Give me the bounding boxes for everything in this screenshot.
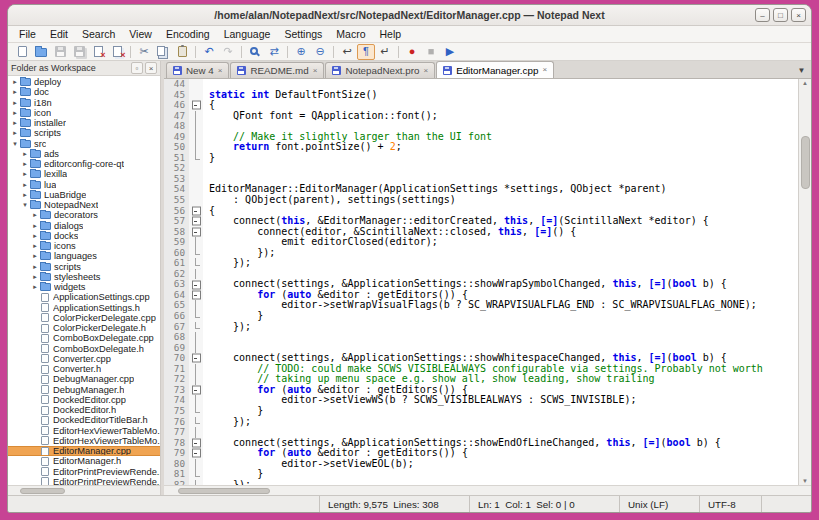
tree-folder-scripts[interactable]: ▸scripts	[8, 128, 160, 138]
fold-collapse-icon[interactable]	[189, 353, 203, 364]
maximize-button[interactable]: □	[773, 8, 788, 22]
zoom-in-icon[interactable]: ⊕	[292, 44, 310, 60]
fold-collapse-icon[interactable]	[189, 438, 203, 449]
float-panel-icon[interactable]: ▫	[131, 62, 143, 74]
scroll-up-arrow-icon[interactable]: ▲	[799, 80, 811, 86]
tree-file-debugmanager-cpp[interactable]: DebugManager.cpp	[8, 374, 160, 384]
tree-file-editorhexviewertablemo[interactable]: EditorHexViewerTableMo...	[8, 436, 160, 446]
tree-folder-i18n[interactable]: ▸i18n	[8, 98, 160, 108]
tree-file-editorprintpreviewrende[interactable]: EditorPrintPreviewRende...	[8, 477, 160, 485]
sidebar-horizontal-scrollbar[interactable]	[8, 485, 160, 495]
tree-folder-luabridge[interactable]: ▸LuaBridge	[8, 190, 160, 200]
code-area[interactable]: 4445static int DefaultFontSize()46{47 QF…	[164, 79, 798, 485]
menu-language[interactable]: Language	[217, 26, 278, 42]
tab-notepadnext-pro[interactable]: NotepadNext.pro×	[325, 62, 435, 78]
menu-macro[interactable]: Macro	[329, 26, 372, 42]
tree-folder-scripts[interactable]: ▸scripts	[8, 262, 160, 272]
menu-view[interactable]: View	[122, 26, 159, 42]
zoom-out-icon[interactable]: ⊖	[311, 44, 329, 60]
fold-collapse-icon[interactable]	[189, 227, 203, 238]
record-macro-icon[interactable]: ●	[403, 44, 421, 60]
vertical-scrollbar[interactable]: ▲ ▼	[798, 79, 811, 485]
tree-folder-lua[interactable]: ▸lua	[8, 180, 160, 190]
tree-folder-ads[interactable]: ▸ads	[8, 149, 160, 159]
tree-file-editormanager-cpp[interactable]: EditorManager.cpp	[8, 446, 160, 456]
tab-close-icon[interactable]: ×	[313, 67, 318, 75]
fold-collapse-icon[interactable]	[189, 216, 203, 227]
tree-file-comboboxdelegate-cpp[interactable]: ComboBoxDelegate.cpp	[8, 333, 160, 343]
tab-close-icon[interactable]: ×	[542, 66, 547, 74]
tab-editormanager-cpp[interactable]: EditorManager.cpp×	[436, 61, 554, 78]
fold-collapse-icon[interactable]	[189, 206, 203, 217]
find-icon[interactable]	[246, 44, 264, 60]
close-button[interactable]: ×	[791, 8, 806, 22]
menu-help[interactable]: Help	[373, 26, 409, 42]
tab-close-icon[interactable]: ×	[423, 67, 428, 75]
word-wrap-icon[interactable]: ↩	[338, 44, 356, 60]
tree-file-applicationsettings-cpp[interactable]: ApplicationSettings.cpp	[8, 292, 160, 302]
tree-folder-stylesheets[interactable]: ▸stylesheets	[8, 272, 160, 282]
fold-collapse-icon[interactable]	[189, 448, 203, 459]
tree-folder-src[interactable]: ▾src	[8, 139, 160, 149]
undo-icon[interactable]: ↶	[200, 44, 218, 60]
open-folder-icon[interactable]	[32, 44, 50, 60]
tree-folder-installer[interactable]: ▸installer	[8, 118, 160, 128]
tab-readme-md[interactable]: README.md×	[230, 62, 324, 78]
tree-file-editormanager-h[interactable]: EditorManager.h	[8, 456, 160, 466]
tree-folder-notepadnext[interactable]: ▾NotepadNext	[8, 200, 160, 210]
horizontal-scrollbar[interactable]	[164, 485, 811, 495]
paste-icon[interactable]	[173, 44, 191, 60]
menu-encoding[interactable]: Encoding	[159, 26, 217, 42]
tree-file-dockededitor-cpp[interactable]: DockedEditor.cpp	[8, 395, 160, 405]
show-eol-icon[interactable]: ↵	[376, 44, 394, 60]
tree-file-colorpickerdelegate-h[interactable]: ColorPickerDelegate.h	[8, 323, 160, 333]
tree-folder-widgets[interactable]: ▸widgets	[8, 282, 160, 292]
fold-collapse-icon[interactable]	[189, 290, 203, 301]
tree-folder-deploy[interactable]: ▸deploy	[8, 77, 160, 87]
menu-settings[interactable]: Settings	[277, 26, 329, 42]
scrollbar-thumb[interactable]	[20, 488, 65, 494]
tree-file-converter-h[interactable]: Converter.h	[8, 364, 160, 374]
tree-file-colorpickerdelegate-cpp[interactable]: ColorPickerDelegate.cpp	[8, 313, 160, 323]
scroll-down-arrow-icon[interactable]: ▼	[799, 478, 811, 484]
tree-file-dockededitortitlebar-h[interactable]: DockedEditorTitleBar.h	[8, 415, 160, 425]
tree-folder-languages[interactable]: ▸languages	[8, 251, 160, 261]
replace-icon[interactable]: ⇄	[265, 44, 283, 60]
tree-folder-dialogs[interactable]: ▸dialogs	[8, 221, 160, 231]
minimize-button[interactable]: –	[755, 8, 770, 22]
tree-folder-lexilla[interactable]: ▸lexilla	[8, 169, 160, 179]
tree-file-applicationsettings-h[interactable]: ApplicationSettings.h	[8, 303, 160, 313]
close-all-icon[interactable]	[108, 44, 126, 60]
new-file-icon[interactable]	[13, 44, 31, 60]
show-whitespace-icon[interactable]: ¶	[357, 44, 375, 60]
menu-file[interactable]: File	[12, 26, 43, 42]
tree-file-editorprintpreviewrende[interactable]: EditorPrintPreviewRende...	[8, 467, 160, 477]
title-bar[interactable]: /home/alan/NotepadNext/src/NotepadNext/E…	[8, 5, 811, 26]
scrollbar-thumb[interactable]	[178, 488, 270, 494]
fold-collapse-icon[interactable]	[189, 385, 203, 396]
tree-folder-icons[interactable]: ▸icons	[8, 241, 160, 251]
tree-folder-docks[interactable]: ▸docks	[8, 231, 160, 241]
copy-icon[interactable]	[154, 44, 172, 60]
play-macro-icon[interactable]: ▶	[441, 44, 459, 60]
tree-file-debugmanager-h[interactable]: DebugManager.h	[8, 385, 160, 395]
cut-icon[interactable]: ✂	[135, 44, 153, 60]
scrollbar-thumb[interactable]	[801, 136, 810, 189]
tree-file-converter-cpp[interactable]: Converter.cpp	[8, 354, 160, 364]
tree-file-editorhexviewertablemo[interactable]: EditorHexViewerTableMo...	[8, 426, 160, 436]
close-file-icon[interactable]	[89, 44, 107, 60]
tree-folder-icon[interactable]: ▸icon	[8, 108, 160, 118]
tab-close-icon[interactable]: ×	[218, 67, 223, 75]
tree-folder-decorators[interactable]: ▸decorators	[8, 210, 160, 220]
tab-new-4[interactable]: New 4×	[166, 62, 229, 78]
fold-collapse-icon[interactable]	[189, 100, 203, 111]
tree-file-dockededitor-h[interactable]: DockedEditor.h	[8, 405, 160, 415]
close-panel-icon[interactable]: ×	[145, 62, 157, 74]
tree-folder-doc[interactable]: ▸doc	[8, 87, 160, 97]
menu-edit[interactable]: Edit	[43, 26, 75, 42]
menu-search[interactable]: Search	[75, 26, 122, 42]
fold-collapse-icon[interactable]	[189, 279, 203, 290]
tab-list-button[interactable]: ▼	[795, 64, 808, 77]
tree-file-comboboxdelegate-h[interactable]: ComboBoxDelegate.h	[8, 344, 160, 354]
tree-folder-editorconfig-core-qt[interactable]: ▸editorconfig-core-qt	[8, 159, 160, 169]
